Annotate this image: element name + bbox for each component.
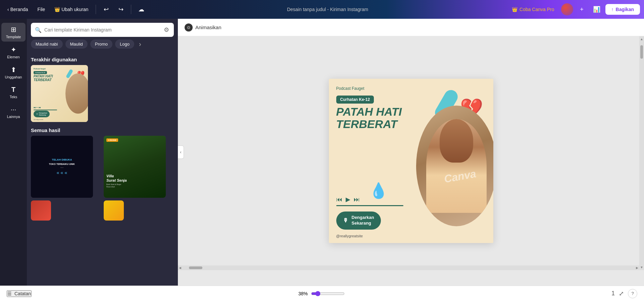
template-thumb-toko[interactable]: TELAH DIBUKA TOKO TERBAIKU UNIK • • • « … bbox=[31, 136, 93, 198]
document-title: Desain tanpa judul - Kiriman Instagram bbox=[150, 7, 505, 12]
notes-button[interactable]: ☰ Catatan bbox=[7, 290, 32, 297]
scroll-down-arrow[interactable]: ▼ bbox=[639, 264, 644, 270]
sidebar-item-elemen[interactable]: ✦ Elemen bbox=[1, 43, 26, 62]
canvas-title-line1: PATAH HATI bbox=[336, 106, 402, 118]
canvas-handle: @reallygreatsite bbox=[336, 234, 363, 238]
page-button[interactable]: 1 bbox=[611, 290, 615, 297]
main-area: ⊞ Template ✦ Elemen ⬆ Unggahan T Teks ··… bbox=[0, 19, 644, 286]
undo-button[interactable]: ↩ bbox=[100, 3, 112, 15]
scroll-right-arrow[interactable]: ▶ bbox=[635, 266, 639, 269]
scroll-thumb-v bbox=[640, 45, 643, 59]
template-panel: 🔍 ⚙ Maulid nabi Maulid Promo Logo › bbox=[27, 19, 178, 286]
canvas-area: ⊙ Animasikan ‹ Podcast Fauget Curhatan K… bbox=[178, 19, 644, 286]
canvas-card[interactable]: Podcast Fauget Curhatan Ke-12 PATAH HATI… bbox=[329, 79, 493, 243]
canvas-wrapper: Podcast Fauget Curhatan Ke-12 PATAH HATI… bbox=[178, 36, 644, 286]
sidebar-teks-label: Teks bbox=[10, 95, 17, 99]
template-thumb-3[interactable] bbox=[31, 200, 51, 221]
scroll-up-arrow[interactable]: ▲ bbox=[639, 36, 644, 42]
cloud-icon: ☁ bbox=[138, 6, 144, 13]
sidebar-item-unggahan[interactable]: ⬆ Unggahan bbox=[1, 63, 26, 82]
template-thumb-podcast-recent[interactable]: Podcast fauget Curhatan Ke-12 PATAH HATI… bbox=[31, 65, 88, 122]
nav-separator-2 bbox=[131, 5, 131, 14]
notes-icon: ☰ bbox=[7, 291, 12, 296]
tag-logo[interactable]: Logo bbox=[115, 40, 134, 49]
share-label: Bagikan bbox=[616, 7, 634, 12]
canvas-main-title[interactable]: PATAH HATI TERBERAT bbox=[336, 106, 402, 131]
upload-icon: ⬆ bbox=[11, 66, 16, 74]
animate-button[interactable]: ⊙ Animasikan bbox=[185, 23, 221, 32]
scroll-left-arrow[interactable]: ◀ bbox=[178, 266, 182, 269]
tag-maulid[interactable]: Maulid bbox=[65, 40, 88, 49]
stats-button[interactable]: 📊 bbox=[591, 3, 603, 15]
page-number: 1 bbox=[611, 290, 615, 297]
zoom-value: 38% bbox=[298, 291, 308, 296]
all-templates-grid: TELAH DIBUKA TOKO TERBAIKU UNIK • • • « … bbox=[31, 136, 174, 221]
share-button[interactable]: ↑ Bagikan bbox=[605, 4, 640, 15]
sidebar-item-teks[interactable]: T Teks bbox=[1, 83, 26, 102]
bottom-right-controls: 1 ⤢ ? bbox=[611, 289, 637, 298]
fullscreen-button[interactable]: ⤢ bbox=[619, 290, 624, 297]
question-mark-icon: ? bbox=[631, 291, 634, 296]
canvas-player: ⏮ ▶ ⏭ bbox=[336, 196, 486, 206]
scroll-thumb-h bbox=[189, 266, 202, 269]
template-thumb-villa[interactable]: A REVIEW VillaSurat Senja Butik Hotel di… bbox=[104, 136, 166, 198]
search-icon: 🔍 bbox=[35, 27, 42, 33]
notes-label: Catatan bbox=[14, 291, 31, 296]
text-icon: T bbox=[11, 86, 15, 94]
file-button[interactable]: File bbox=[34, 5, 49, 14]
prev-icon[interactable]: ⏮ bbox=[336, 196, 342, 203]
tag-row: Maulid nabi Maulid Promo Logo › bbox=[27, 40, 178, 53]
zoom-slider[interactable] bbox=[311, 291, 345, 296]
section-recent-title: Terakhir digunakan bbox=[31, 57, 174, 62]
nav-separator bbox=[96, 5, 96, 14]
avatar[interactable] bbox=[561, 3, 573, 15]
sidebar-item-template[interactable]: ⊞ Template bbox=[1, 23, 26, 42]
tag-maulid-nabi[interactable]: Maulid nabi bbox=[31, 40, 63, 49]
canvas-toolbar: ⊙ Animasikan bbox=[178, 19, 644, 36]
ubah-ukuran-label: Ubah ukuran bbox=[61, 7, 88, 12]
file-label: File bbox=[38, 7, 45, 12]
tags-more-button[interactable]: › bbox=[137, 40, 143, 49]
template-thumb-4[interactable] bbox=[104, 200, 124, 221]
template-icon: ⊞ bbox=[11, 25, 16, 34]
beranda-button[interactable]: ‹ Beranda bbox=[4, 5, 32, 14]
try-pro-button[interactable]: 👑 Coba Canva Pro bbox=[508, 5, 558, 14]
help-button[interactable]: ? bbox=[628, 289, 637, 298]
search-bar: 🔍 ⚙ bbox=[31, 23, 174, 37]
top-navigation: ‹ Beranda File 👑 Ubah ukuran ↩ ↪ ☁ Desai… bbox=[0, 0, 644, 19]
try-pro-label: Coba Canva Pro bbox=[519, 7, 554, 12]
ubah-ukuran-button[interactable]: 👑 Ubah ukuran bbox=[51, 5, 92, 14]
redo-button[interactable]: ↪ bbox=[115, 3, 127, 15]
next-icon[interactable]: ⏭ bbox=[354, 196, 360, 203]
canvas-title-line2: TERBERAT bbox=[336, 118, 402, 130]
search-input[interactable] bbox=[44, 27, 160, 33]
canvas-photo-circle bbox=[416, 106, 493, 226]
photo-placeholder bbox=[416, 106, 493, 226]
recent-templates-grid: Podcast fauget Curhatan Ke-12 PATAH HATI… bbox=[31, 65, 174, 122]
filter-icon: ⚙ bbox=[164, 26, 169, 33]
sidebar-item-lainnya[interactable]: ··· Lainnya bbox=[1, 103, 26, 121]
add-button[interactable]: + bbox=[576, 3, 588, 15]
cta-text: DengarkanSekarang bbox=[352, 215, 374, 226]
section-all-title: Semua hasil bbox=[31, 127, 174, 133]
bar-chart-icon: 📊 bbox=[593, 6, 600, 13]
crown-icon: 👑 bbox=[54, 7, 60, 12]
elements-icon: ✦ bbox=[11, 46, 16, 54]
hide-panel-button[interactable]: ‹ bbox=[178, 145, 184, 159]
more-icon: ··· bbox=[11, 106, 16, 113]
sidebar-unggahan-label: Unggahan bbox=[5, 75, 22, 79]
horizontal-scrollbar[interactable]: ◀ ▶ bbox=[178, 265, 639, 270]
cloud-save-button[interactable]: ☁ bbox=[135, 3, 147, 15]
vertical-scrollbar[interactable]: ▲ ▼ bbox=[639, 36, 644, 270]
crown-pro-icon: 👑 bbox=[512, 7, 517, 12]
sidebar-elemen-label: Elemen bbox=[7, 55, 19, 59]
canvas-cta[interactable]: 🎙 DengarkanSekarang bbox=[336, 212, 381, 230]
beranda-label: Beranda bbox=[10, 7, 28, 12]
tag-promo[interactable]: Promo bbox=[90, 40, 112, 49]
mic-icon: 🎙 bbox=[343, 218, 348, 224]
bottom-bar: ☰ Catatan 38% 1 ⤢ ? bbox=[0, 286, 644, 301]
canvas-badge[interactable]: Curhatan Ke-12 bbox=[336, 96, 374, 104]
animate-label: Animasikan bbox=[195, 24, 221, 30]
play-icon[interactable]: ▶ bbox=[346, 196, 350, 203]
filter-button[interactable]: ⚙ bbox=[163, 25, 170, 34]
